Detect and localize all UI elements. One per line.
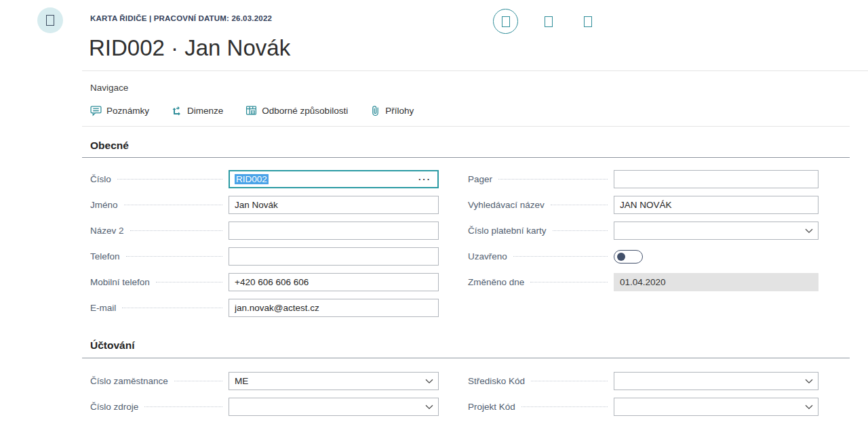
dotted-leader [117, 179, 222, 180]
dotted-leader [530, 282, 608, 282]
action-label: Dimenze [187, 106, 223, 116]
chevron-down-icon[interactable] [805, 379, 813, 384]
note-icon [90, 105, 102, 117]
field-jmeno: Jméno [90, 196, 439, 214]
field-projekt-kod: Projekt Kód [468, 398, 818, 416]
field-label: Středisko Kód [468, 376, 525, 386]
field-label: Uzavřeno [468, 251, 507, 261]
field-vyhledavaci-nazev: Vyhledávací název [468, 196, 818, 214]
field-label: Mobilní telefon [90, 277, 150, 287]
dotted-leader [551, 205, 608, 205]
field-label: Pager [468, 174, 492, 184]
field-label: Projekt Kód [468, 402, 515, 412]
action-prilohy[interactable]: Přílohy [370, 105, 414, 117]
section-obecne[interactable]: Obecné [90, 140, 129, 152]
ribbon-separator [82, 126, 850, 127]
favorite-circle-button[interactable] [493, 9, 518, 34]
field-label: Jméno [90, 200, 118, 210]
chevron-down-icon[interactable] [425, 379, 433, 384]
telefon-input[interactable] [229, 247, 439, 266]
record-type-badge[interactable] [37, 7, 63, 33]
paperclip-icon [370, 105, 380, 117]
field-mobilni-telefon: Mobilní telefon [90, 273, 439, 291]
nazev2-input[interactable] [229, 222, 439, 240]
chevron-down-icon[interactable] [805, 228, 813, 234]
field-label: Změněno dne [468, 277, 524, 287]
assist-edit-button[interactable]: ··· [418, 176, 431, 183]
qualifications-icon [245, 105, 257, 117]
dotted-leader [531, 381, 608, 381]
dotted-leader [124, 205, 222, 205]
cislo-selected-text: RID002 [235, 174, 269, 184]
dotted-leader [174, 381, 222, 381]
chevron-down-icon[interactable] [425, 404, 433, 410]
action-label: Poznámky [106, 106, 149, 116]
field-cislo-platebni-karty: Číslo platební karty [468, 222, 818, 240]
field-uzavreno: Uzavřeno [468, 247, 818, 266]
close-icon[interactable] [584, 16, 592, 27]
title-separator [82, 70, 868, 71]
field-zmeneno-dne: Změněno dne 01.04.2020 [468, 273, 818, 291]
chevron-down-icon[interactable] [805, 404, 813, 410]
mobilni-telefon-input[interactable] [229, 273, 439, 291]
favorite-icon [502, 16, 510, 27]
uzavreno-toggle[interactable] [614, 250, 643, 264]
cislo-zdroje-input[interactable] [229, 398, 439, 416]
record-glyph-icon [46, 15, 54, 26]
zmeneno-dne-value: 01.04.2020 [614, 273, 818, 291]
email-input[interactable] [229, 299, 439, 317]
field-cislo: Číslo RID002 ··· [90, 170, 439, 188]
section-uctovani[interactable]: Účtování [90, 339, 134, 352]
field-label: Název 2 [90, 226, 124, 236]
section-obecne-rule [82, 157, 850, 158]
projekt-kod-input[interactable] [614, 398, 818, 416]
menu-navigace[interactable]: Navigace [90, 83, 128, 93]
field-email: E-mail [90, 299, 439, 317]
platebni-karta-input[interactable] [614, 222, 818, 240]
field-nazev2: Název 2 [90, 222, 439, 240]
field-label: Telefon [90, 251, 120, 261]
dotted-leader [553, 230, 608, 231]
field-pager: Pager [468, 170, 818, 188]
cislo-input[interactable]: RID002 ··· [229, 170, 439, 188]
dotted-leader [156, 282, 222, 282]
field-stredisko-kod: Středisko Kód [468, 372, 818, 390]
page-title: RID002 · Jan Novák [89, 35, 290, 61]
dotted-leader [498, 179, 608, 180]
field-label: Číslo zaměstnance [90, 376, 168, 386]
cislo-zamestnance-input[interactable] [229, 372, 439, 390]
action-label: Odborné způsobilosti [262, 106, 348, 116]
field-label: Číslo platební karty [468, 226, 547, 236]
dotted-leader [513, 256, 608, 257]
field-telefon: Telefon [90, 247, 439, 266]
action-odborne-zpusobilosti[interactable]: Odborné způsobilosti [245, 105, 348, 117]
page-caption: KARTA ŘIDIČE | PRACOVNÍ DATUM: 26.03.202… [90, 14, 272, 22]
field-label: Číslo [90, 174, 111, 184]
dotted-leader [521, 406, 608, 407]
action-label: Přílohy [385, 106, 414, 116]
dimensions-icon [172, 106, 182, 117]
action-poznamky[interactable]: Poznámky [90, 105, 149, 117]
section-uctovani-rule [82, 358, 850, 358]
dotted-leader [130, 230, 222, 231]
field-label: Vyhledávací název [468, 200, 545, 210]
toggle-knob [617, 253, 625, 261]
field-label: E-mail [90, 303, 116, 313]
expand-icon[interactable] [545, 16, 553, 27]
dotted-leader [122, 308, 222, 308]
action-dimenze[interactable]: Dimenze [172, 106, 223, 117]
vyhledavaci-nazev-input[interactable] [614, 196, 818, 214]
field-label: Číslo zdroje [90, 402, 138, 412]
action-bar: Poznámky Dimenze Odborné způsobilosti [90, 105, 414, 117]
pager-input[interactable] [614, 170, 818, 188]
field-cislo-zamestnance: Číslo zaměstnance [90, 372, 439, 390]
stredisko-kod-input[interactable] [614, 372, 818, 390]
dotted-leader [126, 256, 222, 257]
jmeno-input[interactable] [229, 196, 439, 214]
dotted-leader [144, 406, 222, 407]
driver-card-page: KARTA ŘIDIČE | PRACOVNÍ DATUM: 26.03.202… [0, 0, 868, 441]
field-cislo-zdroje: Číslo zdroje [90, 398, 439, 416]
